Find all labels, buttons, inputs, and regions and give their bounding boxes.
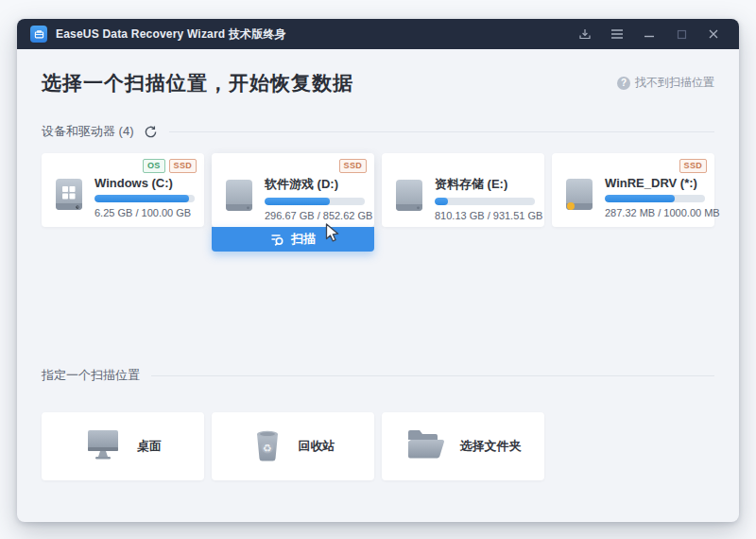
locations-section-label: 指定一个扫描位置 (42, 367, 140, 384)
location-card-desktop[interactable]: 桌面 (42, 412, 204, 480)
location-label: 桌面 (137, 438, 162, 455)
recycle-bin-icon: ♻ (251, 426, 284, 466)
titlebar[interactable]: EaseUS Data Recovery Wizard 技术版终身 (17, 19, 739, 49)
drive-size: 810.13 GB / 931.51 GB (435, 210, 535, 221)
desktop-icon (84, 427, 122, 465)
location-label: 回收站 (299, 438, 335, 455)
scan-button-label: 扫描 (291, 231, 316, 248)
drive-size: 287.32 MB / 1000.00 MB (605, 207, 705, 218)
os-badge: OS (143, 159, 165, 173)
locations-row: 桌面 ♻ 回收站 (42, 412, 714, 480)
location-card-choose-folder[interactable]: 选择文件夹 (382, 412, 544, 480)
hard-drive-locked-icon (563, 178, 595, 217)
page-title: 选择一个扫描位置，开始恢复数据 (42, 70, 353, 96)
desktop-background: EaseUS Data Recovery Wizard 技术版终身 选择一个扫描… (0, 0, 756, 539)
drive-size: 296.67 GB / 852.62 GB (265, 210, 365, 221)
section-divider (169, 131, 715, 132)
maximize-button (669, 22, 694, 46)
svg-text:♻: ♻ (263, 443, 272, 454)
menu-icon[interactable] (605, 22, 629, 46)
drive-card-e[interactable]: 资料存储 (E:) 810.13 GB / 931.51 GB (382, 153, 544, 227)
refresh-icon[interactable] (144, 125, 158, 139)
main-content: 选择一个扫描位置，开始恢复数据 ? 找不到扫描位置 设备和驱动器 (4) (17, 49, 739, 522)
question-mark-icon: ? (617, 77, 630, 90)
folder-icon (405, 428, 445, 464)
capture-download-icon[interactable] (573, 22, 597, 46)
app-logo-icon (30, 26, 47, 43)
help-link-label: 找不到扫描位置 (635, 75, 714, 91)
scan-icon (270, 233, 284, 247)
drive-usage-bar (435, 198, 535, 205)
ssd-badge: SSD (169, 159, 197, 173)
hard-drive-icon (393, 179, 425, 218)
help-link[interactable]: ? 找不到扫描位置 (617, 75, 714, 91)
scan-button[interactable]: 扫描 (212, 227, 374, 252)
window-title: EaseUS Data Recovery Wizard 技术版终身 (56, 26, 286, 43)
hard-drive-icon (223, 179, 255, 218)
drive-card-c[interactable]: OS SSD (42, 153, 204, 227)
drive-name: 软件游戏 (D:) (265, 176, 365, 193)
section-divider (151, 375, 714, 376)
drive-name: Windows (C:) (94, 176, 195, 190)
app-window: EaseUS Data Recovery Wizard 技术版终身 选择一个扫描… (17, 19, 739, 522)
drive-card-winre[interactable]: SSD WinRE_DRV (*:) (552, 153, 714, 227)
drive-usage-bar (94, 195, 195, 202)
ssd-badge: SSD (679, 159, 707, 173)
drive-card-d[interactable]: SSD 软件游戏 (D:) (212, 153, 374, 227)
ssd-badge: SSD (339, 159, 367, 173)
close-button[interactable] (701, 22, 726, 46)
drives-row: OS SSD (42, 153, 714, 227)
location-card-recycle-bin[interactable]: ♻ 回收站 (212, 412, 374, 480)
drive-name: 资料存储 (E:) (435, 176, 535, 193)
location-label: 选择文件夹 (460, 438, 522, 455)
hard-drive-windows-icon (53, 178, 85, 217)
drive-usage-bar (265, 198, 365, 205)
drive-size: 6.25 GB / 100.00 GB (94, 207, 195, 218)
devices-section-label: 设备和驱动器 (4) (42, 123, 134, 140)
minimize-button[interactable] (637, 22, 662, 46)
drive-usage-bar (605, 195, 705, 202)
drive-name: WinRE_DRV (*:) (605, 176, 705, 190)
